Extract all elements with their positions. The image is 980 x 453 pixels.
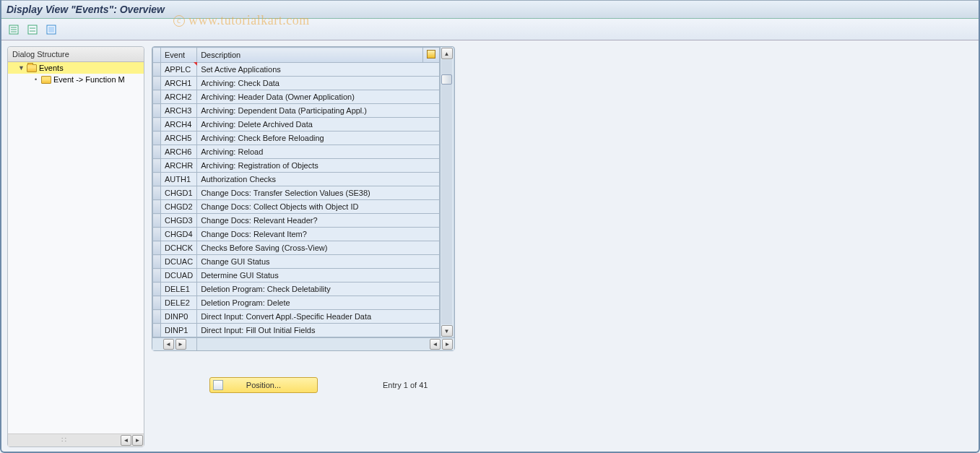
scroll-right-icon[interactable]: ► (132, 435, 143, 446)
row-selector[interactable] (153, 296, 161, 310)
row-selector-header[interactable] (153, 48, 161, 63)
table-row[interactable]: CHGD2Change Docs: Collect Objects with O… (153, 200, 440, 214)
cell-event[interactable]: ARCH2 (161, 90, 197, 104)
scroll-left-icon[interactable]: ◄ (163, 339, 174, 350)
toolbar-btn-expand[interactable] (6, 22, 22, 38)
cell-event[interactable]: DCUAC (161, 255, 197, 269)
toolbar-btn-select[interactable] (43, 22, 59, 38)
table-row[interactable]: DINP0Direct Input: Convert Appl.-Specifi… (153, 310, 440, 324)
table-row[interactable]: ARCH1Archiving: Check Data (153, 77, 440, 90)
toolbar-btn-collapse[interactable] (25, 22, 40, 38)
row-selector[interactable] (153, 200, 161, 214)
row-selector[interactable] (153, 324, 161, 337)
cell-event[interactable]: DINP0 (161, 310, 197, 324)
table-row[interactable]: DELE2Deletion Program: Delete (153, 296, 440, 310)
events-table[interactable]: Event Description APPLCSet Active Applic… (152, 47, 440, 337)
cell-description[interactable]: Change Docs: Relevant Header? (197, 214, 440, 228)
cell-description[interactable]: Direct Input: Fill Out Initial Fields (197, 324, 440, 337)
cell-event[interactable]: ARCH3 (161, 104, 197, 118)
scroll-right-icon[interactable]: ► (175, 339, 186, 350)
table-row[interactable]: DCUACChange GUI Status (153, 255, 440, 269)
tree-node-event-function[interactable]: • Event -> Function M (8, 74, 144, 85)
table-row[interactable]: ARCH3Archiving: Dependent Data (Particip… (153, 104, 440, 118)
tree-drag-handle[interactable]: ∷ (9, 436, 120, 445)
table-row[interactable]: ARCH2Archiving: Header Data (Owner Appli… (153, 90, 440, 104)
cell-description[interactable]: Checks Before Saving (Cross-View) (197, 241, 440, 255)
row-selector[interactable] (153, 63, 161, 77)
cell-description[interactable]: Archiving: Delete Archived Data (197, 118, 440, 131)
col-header-description[interactable]: Description (197, 48, 423, 63)
table-row[interactable]: DCUADDetermine GUI Status (153, 269, 440, 282)
cell-event[interactable]: DCUAD (161, 269, 197, 282)
table-row[interactable]: DELE1Deletion Program: Check Deletabilit… (153, 282, 440, 296)
cell-description[interactable]: Archiving: Check Data (197, 77, 440, 90)
table-row[interactable]: ARCH5Archiving: Check Before Reloading (153, 131, 440, 145)
table-row[interactable]: ARCH4Archiving: Delete Archived Data (153, 118, 440, 131)
cell-description[interactable]: Determine GUI Status (197, 269, 440, 282)
row-selector[interactable] (153, 186, 161, 200)
table-row[interactable]: ARCHRArchiving: Registration of Objects (153, 159, 440, 173)
table-row[interactable]: CHGD3Change Docs: Relevant Header? (153, 214, 440, 228)
col-header-event[interactable]: Event (161, 48, 197, 63)
cell-description[interactable]: Authorization Checks (197, 173, 440, 186)
tree-node-events[interactable]: ▼ Events (8, 62, 144, 74)
position-button[interactable]: Position... (209, 377, 318, 393)
cell-description[interactable]: Set Active Applications (197, 63, 440, 77)
row-selector[interactable] (153, 214, 161, 228)
table-row[interactable]: CHGD4Change Docs: Relevant Item? (153, 228, 440, 241)
table-row[interactable]: DINP1Direct Input: Fill Out Initial Fiel… (153, 324, 440, 337)
row-selector[interactable] (153, 173, 161, 186)
horizontal-scrollbar[interactable]: ◄ ► ◄ ► (152, 337, 454, 350)
cell-description[interactable]: Deletion Program: Check Deletability (197, 282, 440, 296)
tree-toggle-icon[interactable]: ▼ (18, 64, 25, 72)
row-selector[interactable] (153, 104, 161, 118)
row-selector[interactable] (153, 118, 161, 131)
cell-description[interactable]: Deletion Program: Delete (197, 296, 440, 310)
table-row[interactable]: CHGD1Change Docs: Transfer Selection Val… (153, 186, 440, 200)
row-selector[interactable] (153, 255, 161, 269)
scroll-up-icon[interactable]: ▲ (441, 48, 453, 59)
cell-event[interactable]: ARCH5 (161, 131, 197, 145)
cell-event[interactable]: CHGD1 (161, 186, 197, 200)
cell-description[interactable]: Change Docs: Collect Objects with Object… (197, 200, 440, 214)
cell-event[interactable]: DCHCK (161, 241, 197, 255)
cell-event[interactable]: DINP1 (161, 324, 197, 337)
row-selector[interactable] (153, 310, 161, 324)
cell-description[interactable]: Direct Input: Convert Appl.-Specific Hea… (197, 310, 440, 324)
table-row[interactable]: APPLCSet Active Applications (153, 63, 440, 77)
row-selector[interactable] (153, 241, 161, 255)
scroll-track[interactable] (441, 60, 452, 324)
table-config-button[interactable] (423, 48, 440, 63)
table-row[interactable]: DCHCKChecks Before Saving (Cross-View) (153, 241, 440, 255)
scroll-right-icon[interactable]: ► (442, 339, 453, 350)
scroll-left-icon[interactable]: ◄ (430, 339, 441, 350)
cell-description[interactable]: Change Docs: Transfer Selection Values (… (197, 186, 440, 200)
table-row[interactable]: AUTH1Authorization Checks (153, 173, 440, 186)
cell-event[interactable]: ARCH1 (161, 77, 197, 90)
row-selector[interactable] (153, 145, 161, 159)
table-row[interactable]: ARCH6Archiving: Reload (153, 145, 440, 159)
cell-event[interactable]: ARCH4 (161, 118, 197, 131)
cell-event[interactable]: DELE1 (161, 282, 197, 296)
cell-event[interactable]: DELE2 (161, 296, 197, 310)
row-selector[interactable] (153, 131, 161, 145)
row-selector[interactable] (153, 282, 161, 296)
cell-description[interactable]: Archiving: Dependent Data (Participating… (197, 104, 440, 118)
cell-description[interactable]: Archiving: Reload (197, 145, 440, 159)
tree-horizontal-scrollbar[interactable]: ∷ ◄ ► (8, 433, 144, 446)
cell-event[interactable]: APPLC (161, 63, 197, 77)
cell-event[interactable]: AUTH1 (161, 173, 197, 186)
cell-event[interactable]: CHGD4 (161, 228, 197, 241)
row-selector[interactable] (153, 90, 161, 104)
vertical-scrollbar[interactable]: ▲ ▼ (440, 47, 453, 337)
row-selector[interactable] (153, 77, 161, 90)
scroll-down-icon[interactable]: ▼ (441, 325, 453, 337)
scroll-thumb[interactable] (441, 74, 452, 85)
cell-description[interactable]: Change GUI Status (197, 255, 440, 269)
row-selector[interactable] (153, 269, 161, 282)
row-selector[interactable] (153, 228, 161, 241)
cell-description[interactable]: Archiving: Registration of Objects (197, 159, 440, 173)
cell-event[interactable]: ARCHR (161, 159, 197, 173)
cell-event[interactable]: CHGD3 (161, 214, 197, 228)
cell-event[interactable]: ARCH6 (161, 145, 197, 159)
